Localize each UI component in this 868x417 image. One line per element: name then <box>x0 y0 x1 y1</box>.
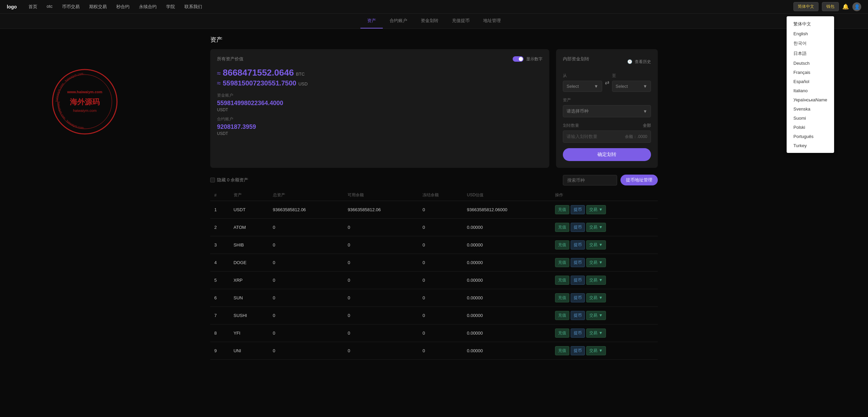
trade-btn[interactable]: 交易 ▼ <box>586 205 606 214</box>
trade-btn[interactable]: 交易 ▼ <box>586 329 606 338</box>
col-frozen: 冻结余额 <box>418 190 463 201</box>
hide-zero-row: 隐藏 0 余额资产 <box>210 177 248 183</box>
recharge-btn[interactable]: 充值 <box>555 223 569 232</box>
subnav-assets[interactable]: 资产 <box>360 14 383 28</box>
usd-value-row: ≈ 559815007230551.7500 USD <box>217 79 542 87</box>
language-dropdown: 繁体中文 English 한국어 日本語 Deutsch Français Es… <box>787 16 834 153</box>
withdraw-btn[interactable]: 提币 <box>571 276 585 285</box>
view-history-btn[interactable]: 🕐 查看历史 <box>627 59 651 65</box>
to-select[interactable]: Select ▼ <box>612 81 651 92</box>
asset-select[interactable]: 请选择币种 ▼ <box>563 105 651 117</box>
cell-asset: DOGE <box>230 254 269 272</box>
recharge-btn[interactable]: 充值 <box>555 205 569 214</box>
all-btn[interactable]: 全部 <box>643 123 651 128</box>
recharge-btn[interactable]: 充值 <box>555 311 569 320</box>
withdraw-btn[interactable]: 提币 <box>571 329 585 338</box>
subnav-contract[interactable]: 合约账户 <box>383 14 414 28</box>
lang-item-finnish[interactable]: Suomi <box>787 114 834 123</box>
trade-btn[interactable]: 交易 ▼ <box>586 311 606 320</box>
lang-item-korean[interactable]: 한국어 <box>787 38 834 48</box>
recharge-btn[interactable]: 充值 <box>555 258 569 267</box>
subnav-deposit[interactable]: 充值提币 <box>445 14 476 28</box>
page-title: 资产 <box>210 36 658 44</box>
lang-item-ukrainian[interactable]: УкраїнськаName <box>787 95 834 104</box>
recharge-btn[interactable]: 充值 <box>555 293 569 302</box>
nav-links: 首页 otc 币币交易 期权交易 秒合约 永续合约 学院 联系我们 <box>27 4 793 10</box>
transfer-from-to: 从 Select ▼ ⇄ 至 Select ▼ <box>563 73 651 92</box>
cell-total: 0 <box>269 324 344 342</box>
nav-contact[interactable]: 联系我们 <box>183 4 203 10</box>
nav-spot[interactable]: 币币交易 <box>61 4 81 10</box>
nav-academy[interactable]: 学院 <box>165 4 176 10</box>
nav-perpetual[interactable]: 永续合约 <box>138 4 158 10</box>
notification-icon[interactable]: 🔔 <box>842 3 849 10</box>
cell-actions: 充值 提币 交易 ▼ <box>551 272 658 289</box>
lang-item-swedish[interactable]: Svenska <box>787 104 834 114</box>
recharge-btn[interactable]: 充值 <box>555 329 569 338</box>
contract-account-currency: USDT <box>217 131 542 136</box>
cell-usd: 0.00000 <box>463 324 551 342</box>
wallet-button[interactable]: 钱包 <box>822 2 839 11</box>
lang-item-japanese[interactable]: 日本語 <box>787 48 834 59</box>
cell-usd: 0.00000 <box>463 254 551 272</box>
nav-second[interactable]: 秒合约 <box>115 4 131 10</box>
cell-usd: 93663585812.06000 <box>463 201 551 219</box>
nav-options[interactable]: 期权交易 <box>88 4 108 10</box>
nav-home[interactable]: 首页 <box>27 4 39 10</box>
withdraw-btn[interactable]: 提币 <box>571 293 585 302</box>
withdraw-btn[interactable]: 提币 <box>571 223 585 232</box>
language-button[interactable]: 简体中文 <box>793 2 818 11</box>
display-toggle[interactable] <box>513 56 524 62</box>
lang-item-german[interactable]: Deutsch <box>787 59 834 68</box>
cell-frozen: 0 <box>418 307 463 324</box>
btc-unit: BTC <box>296 72 305 77</box>
lang-item-spanish[interactable]: Español <box>787 77 834 86</box>
trade-btn[interactable]: 交易 ▼ <box>586 258 606 267</box>
table-row: 4 DOGE 0 0 0 0.00000 充值 提币 交易 ▼ <box>210 254 658 272</box>
lang-item-traditional[interactable]: 繁体中文 <box>787 19 834 29</box>
svg-text:haiwaiym.com · haiwaiym.com ·: haiwaiym.com · haiwaiym.com · <box>57 102 85 130</box>
lang-item-italian[interactable]: Italiano <box>787 86 834 95</box>
trade-btn[interactable]: 交易 ▼ <box>586 240 606 250</box>
nav-otc[interactable]: otc <box>45 4 54 10</box>
cell-usd: 0.00000 <box>463 219 551 236</box>
lang-item-turkish[interactable]: Turkey <box>787 141 834 150</box>
asset-table: # 资产 总资产 可用余额 冻结余额 USD估值 操作 1 USDT 93663… <box>210 190 658 360</box>
confirm-transfer-btn[interactable]: 确定划转 <box>563 148 651 161</box>
fund-account-currency: USDT <box>217 107 542 112</box>
transfer-panel: 内部资金划转 🕐 查看历史 从 Select ▼ ⇄ 至 <box>556 49 658 168</box>
lang-item-portuguese[interactable]: Português <box>787 132 834 141</box>
lang-item-english[interactable]: English <box>787 29 834 38</box>
table-right-controls: 提币地址管理 <box>563 175 658 185</box>
trade-btn[interactable]: 交易 ▼ <box>586 276 606 285</box>
table-row: 1 USDT 93663585812.06 93663585812.06 0 9… <box>210 201 658 219</box>
swap-icon[interactable]: ⇄ <box>605 79 609 86</box>
hide-zero-checkbox[interactable] <box>210 178 215 182</box>
table-row: 6 SUN 0 0 0 0.00000 充值 提币 交易 ▼ <box>210 289 658 307</box>
avatar[interactable]: 👤 <box>852 2 861 11</box>
cell-usd: 0.00000 <box>463 272 551 289</box>
cell-actions: 充值 提币 交易 ▼ <box>551 254 658 272</box>
lang-item-french[interactable]: Français <box>787 68 834 77</box>
withdraw-btn[interactable]: 提币 <box>571 258 585 267</box>
lang-item-polish[interactable]: Polski <box>787 123 834 132</box>
search-input[interactable] <box>563 175 617 185</box>
recharge-btn[interactable]: 充值 <box>555 276 569 285</box>
trade-btn[interactable]: 交易 ▼ <box>586 346 606 355</box>
withdraw-btn[interactable]: 提币 <box>571 240 585 250</box>
subnav-address[interactable]: 地址管理 <box>476 14 508 28</box>
withdraw-btn[interactable]: 提币 <box>571 311 585 320</box>
manage-address-btn[interactable]: 提币地址管理 <box>620 175 658 185</box>
trade-btn[interactable]: 交易 ▼ <box>586 223 606 232</box>
trade-btn[interactable]: 交易 ▼ <box>586 293 606 302</box>
cell-actions: 充值 提币 交易 ▼ <box>551 219 658 236</box>
contract-account-label: 合约账户 <box>217 116 542 122</box>
from-select[interactable]: Select ▼ <box>563 81 602 92</box>
withdraw-btn[interactable]: 提币 <box>571 346 585 355</box>
cell-frozen: 0 <box>418 272 463 289</box>
withdraw-btn[interactable]: 提币 <box>571 205 585 214</box>
subnav-transfer[interactable]: 资金划转 <box>414 14 445 28</box>
recharge-btn[interactable]: 充值 <box>555 346 569 355</box>
top-right: 简体中文 钱包 🔔 👤 繁体中文 English 한국어 日本語 Deutsch… <box>793 2 861 11</box>
recharge-btn[interactable]: 充值 <box>555 240 569 250</box>
